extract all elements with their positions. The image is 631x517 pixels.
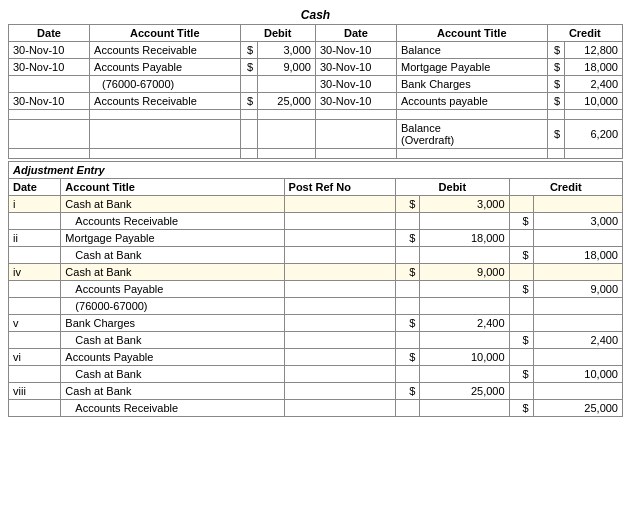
r3-amount: 2,400	[565, 76, 623, 93]
page-title: Cash	[8, 8, 623, 22]
adj-debit-dollar-11: $	[396, 383, 420, 400]
adj-debit-dollar-2: $	[396, 230, 420, 247]
r1-date: 30-Nov-10	[315, 42, 396, 59]
adj-date-12	[9, 400, 61, 417]
adj-debit-9: 10,000	[420, 349, 509, 366]
adj-credit-12: 25,000	[533, 400, 622, 417]
r4-dollar: $	[547, 93, 565, 110]
adj-account-0: Cash at Bank	[61, 196, 284, 213]
l2-date: 30-Nov-10	[9, 59, 90, 76]
adj-debit-dollar-7: $	[396, 315, 420, 332]
adj-account-1: Accounts Receivable	[61, 213, 284, 230]
adj-date-3	[9, 247, 61, 264]
adj-postref-1	[284, 213, 396, 230]
l1-date: 30-Nov-10	[9, 42, 90, 59]
l1-amount: 3,000	[258, 42, 316, 59]
adj-debit-5	[420, 281, 509, 298]
adj-account-7: Bank Charges	[61, 315, 284, 332]
adjustment-entry-table: Adjustment Entry Date Account Title Post…	[8, 161, 623, 417]
adj-credit-dollar-11	[509, 383, 533, 400]
adj-credit-dollar-1: $	[509, 213, 533, 230]
adj-credit-dollar-9	[509, 349, 533, 366]
adj-credit-dollar-8: $	[509, 332, 533, 349]
adj-debit-dollar-8	[396, 332, 420, 349]
l2-dollar: $	[240, 59, 258, 76]
adj-credit-dollar-5: $	[509, 281, 533, 298]
r1-account: Balance	[397, 42, 548, 59]
adj-credit-dollar-0	[509, 196, 533, 213]
adj-debit-7: 2,400	[420, 315, 509, 332]
ledger-row-2: 30-Nov-10 Accounts Payable $ 9,000 30-No…	[9, 59, 623, 76]
adj-debit-dollar-10	[396, 366, 420, 383]
r2-account: Mortgage Payable	[397, 59, 548, 76]
adj-debit-8	[420, 332, 509, 349]
r3-dollar: $	[547, 76, 565, 93]
adj-credit-11	[533, 383, 622, 400]
l4-account: Accounts Receivable	[90, 93, 241, 110]
adj-row-2: iiMortgage Payable$18,000	[9, 230, 623, 247]
l1-account: Accounts Receivable	[90, 42, 241, 59]
adj-postref-6	[284, 298, 396, 315]
adj-debit-header: Debit	[396, 179, 509, 196]
adj-date-6	[9, 298, 61, 315]
adj-credit-6	[533, 298, 622, 315]
l2-amount: 9,000	[258, 59, 316, 76]
adj-date-8	[9, 332, 61, 349]
left-date-header: Date	[9, 25, 90, 42]
adj-date-9: vi	[9, 349, 61, 366]
adj-debit-dollar-0: $	[396, 196, 420, 213]
adj-account-4: Cash at Bank	[61, 264, 284, 281]
adj-account-3: Cash at Bank	[61, 247, 284, 264]
left-debit-header: Debit	[240, 25, 315, 42]
adj-credit-0	[533, 196, 622, 213]
adj-account-9: Accounts Payable	[61, 349, 284, 366]
adj-account-5: Accounts Payable	[61, 281, 284, 298]
spacer-1	[9, 110, 623, 120]
adj-credit-3: 18,000	[533, 247, 622, 264]
adj-credit-dollar-6	[509, 298, 533, 315]
l4-amount: 25,000	[258, 93, 316, 110]
r2-amount: 18,000	[565, 59, 623, 76]
balance-dollar: $	[547, 120, 565, 149]
adj-postref-3	[284, 247, 396, 264]
spacer-2	[9, 149, 623, 159]
adj-postref-0	[284, 196, 396, 213]
adj-account-10: Cash at Bank	[61, 366, 284, 383]
adj-debit-dollar-12	[396, 400, 420, 417]
adj-row-11: viiiCash at Bank$25,000	[9, 383, 623, 400]
adj-debit-0: 3,000	[420, 196, 509, 213]
adj-account-2: Mortgage Payable	[61, 230, 284, 247]
adj-row-10: Cash at Bank$10,000	[9, 366, 623, 383]
adj-debit-10	[420, 366, 509, 383]
adj-debit-dollar-9: $	[396, 349, 420, 366]
adj-row-0: iCash at Bank$3,000	[9, 196, 623, 213]
adj-row-5: Accounts Payable$9,000	[9, 281, 623, 298]
adj-credit-dollar-12: $	[509, 400, 533, 417]
adj-row-9: viAccounts Payable$10,000	[9, 349, 623, 366]
adj-date-1	[9, 213, 61, 230]
adj-postref-4	[284, 264, 396, 281]
r4-account: Accounts payable	[397, 93, 548, 110]
right-credit-header: Credit	[547, 25, 622, 42]
adj-postref-7	[284, 315, 396, 332]
r3-account: Bank Charges	[397, 76, 548, 93]
balance-row: Balance (Overdraft) $ 6,200	[9, 120, 623, 149]
adj-credit-dollar-7	[509, 315, 533, 332]
l4-date: 30-Nov-10	[9, 93, 90, 110]
l3-amount	[258, 76, 316, 93]
right-date-header: Date	[315, 25, 396, 42]
r1-dollar: $	[547, 42, 565, 59]
adj-debit-6	[420, 298, 509, 315]
r2-dollar: $	[547, 59, 565, 76]
adj-credit-dollar-2	[509, 230, 533, 247]
r3-date: 30-Nov-10	[315, 76, 396, 93]
adj-account-12: Accounts Receivable	[61, 400, 284, 417]
adj-credit-dollar-10: $	[509, 366, 533, 383]
adj-row-7: vBank Charges$2,400	[9, 315, 623, 332]
adj-account-6: (76000-67000)	[61, 298, 284, 315]
adj-debit-11: 25,000	[420, 383, 509, 400]
adj-credit-9	[533, 349, 622, 366]
adj-postref-8	[284, 332, 396, 349]
adj-debit-dollar-4: $	[396, 264, 420, 281]
adj-date-header: Date	[9, 179, 61, 196]
